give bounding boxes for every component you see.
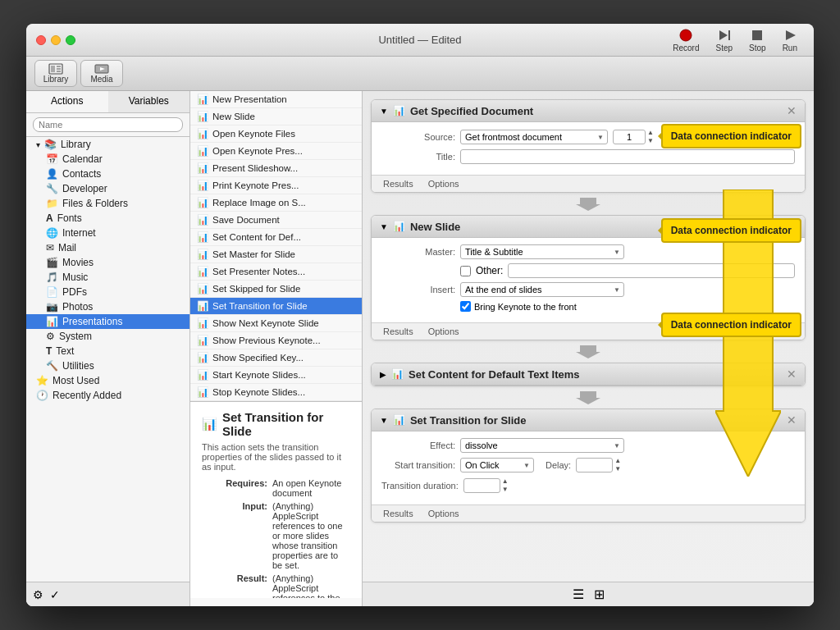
tree-item-fonts[interactable]: A Fonts <box>26 211 189 226</box>
card1-source-select[interactable]: Get frontmost document <box>460 130 608 144</box>
tree-label: Library <box>61 139 91 150</box>
tree-item-music[interactable]: 🎵 Music <box>26 270 189 285</box>
card2-master-select[interactable]: Title & Subtitle <box>460 244 624 259</box>
tree-item-library[interactable]: ▾ 📚 Library <box>26 137 189 152</box>
card4-results-tab[interactable]: Results <box>380 508 417 519</box>
action-item-set-notes[interactable]: 📊 Set Presenter Notes... <box>190 263 362 281</box>
card3-close-icon[interactable]: ✕ <box>787 368 797 381</box>
action-item-print[interactable]: 📊 Print Keynote Pres... <box>190 177 362 194</box>
tree-item-mail[interactable]: ✉ Mail <box>26 240 189 255</box>
tree-label: PDFs <box>62 286 87 298</box>
action-item-label: Stop Keynote Slides... <box>212 387 305 397</box>
card4-delay-input[interactable]: 2.00 <box>576 458 613 472</box>
action-item-new-slide[interactable]: 📊 New Slide <box>190 108 362 126</box>
card4-options-tab[interactable]: Options <box>425 508 463 519</box>
tree-item-text[interactable]: T Text <box>26 344 189 358</box>
record-button[interactable]: Record <box>666 26 705 54</box>
card1-results-tab[interactable]: Results <box>380 178 417 189</box>
action-item-label: Present Slideshow... <box>212 163 298 173</box>
action-item-label: Print Keynote Pres... <box>212 180 299 190</box>
sidebar-tree: ▾ 📚 Library 📅 Calendar 👤 Contacts 🔧 Deve… <box>26 137 189 582</box>
stop-button[interactable]: Stop <box>742 26 773 54</box>
action-item-set-content[interactable]: 📊 Set Content for Def... <box>190 229 362 246</box>
tree-item-calendar[interactable]: 📅 Calendar <box>26 152 189 167</box>
tree-item-contacts[interactable]: 👤 Contacts <box>26 167 189 181</box>
tree-item-recently-added[interactable]: 🕐 Recently Added <box>26 388 189 403</box>
card4-effect-label: Effect: <box>381 441 455 450</box>
card1-close-icon[interactable]: ✕ <box>787 104 797 117</box>
run-button[interactable]: Run <box>776 26 804 54</box>
card2-results-tab[interactable]: Results <box>380 326 417 337</box>
gear-icon[interactable]: ⚙ <box>33 588 43 601</box>
duration-down[interactable]: ▼ <box>502 486 509 494</box>
maximize-button[interactable] <box>66 35 75 45</box>
action-item-set-skipped[interactable]: 📊 Set Skipped for Slide <box>190 281 362 298</box>
media-button[interactable]: Media <box>80 60 123 87</box>
action-item-set-master[interactable]: 📊 Set Master for Slide <box>190 246 362 263</box>
card2-options-tab[interactable]: Options <box>425 326 463 337</box>
tree-item-pdfs[interactable]: 📄 PDFs <box>26 285 189 299</box>
music-icon: 🎵 <box>46 272 58 283</box>
tree-item-utilities[interactable]: 🔨 Utilities <box>26 358 189 373</box>
card1-source-select-wrapper: Get frontmost document <box>460 130 608 144</box>
system-icon: ⚙ <box>46 331 55 342</box>
close-button[interactable] <box>36 35 46 45</box>
card4-duration-input[interactable]: 1.50 <box>463 478 500 493</box>
card2-icon: 📊 <box>393 221 405 232</box>
action-item-show-next[interactable]: 📊 Show Next Keynote Slide <box>190 315 362 332</box>
tree-item-files[interactable]: 📁 Files & Folders <box>26 196 189 211</box>
svg-marker-15 <box>576 391 600 404</box>
tree-item-system[interactable]: ⚙ System <box>26 329 189 344</box>
workflow-list-icon[interactable]: ☰ <box>573 587 584 602</box>
workflow-grid-icon[interactable]: ⊞ <box>594 587 605 602</box>
desc-input-key: Input: <box>202 501 267 570</box>
card4-duration-row: Transition duration: 1.50 ▲ ▼ <box>381 477 795 494</box>
action-item-show-prev[interactable]: 📊 Show Previous Keynote... <box>190 332 362 349</box>
card2-other-checkbox[interactable] <box>460 266 471 276</box>
tab-actions[interactable]: Actions <box>26 91 108 112</box>
media-label: Media <box>90 75 112 84</box>
step-button[interactable]: Step <box>709 26 739 54</box>
action-item-icon: 📊 <box>197 231 208 243</box>
action-item-save[interactable]: 📊 Save Document <box>190 212 362 229</box>
delay-up[interactable]: ▲ <box>614 457 621 465</box>
tab-variables[interactable]: Variables <box>108 91 190 112</box>
card4-effect-select[interactable]: dissolve <box>460 438 624 453</box>
action-item-new-presentation[interactable]: 📊 New Presentation <box>190 91 362 108</box>
action-item-open-pres[interactable]: 📊 Open Keynote Pres... <box>190 143 362 160</box>
tree-item-most-used[interactable]: ⭐ Most Used <box>26 373 189 388</box>
action-item-show-specified[interactable]: 📊 Show Specified Key... <box>190 349 362 367</box>
card4-close-icon[interactable]: ✕ <box>787 413 797 427</box>
tree-item-presentations[interactable]: 📊 Presentations <box>26 314 189 329</box>
action-item-set-transition[interactable]: 📊 Set Transition for Slide <box>190 298 362 315</box>
action-item-replace[interactable]: 📊 Replace Image on S... <box>190 194 362 212</box>
library-button[interactable]: Library <box>34 60 77 87</box>
card-expand-icon[interactable]: ▼ <box>380 107 388 116</box>
search-input[interactable] <box>33 117 183 132</box>
card2-master-label: Master: <box>381 247 455 257</box>
check-icon[interactable]: ✓ <box>50 588 60 601</box>
card2-bring-checkbox[interactable] <box>460 301 471 312</box>
action-item-stop[interactable]: 📊 Stop Keynote Slides... <box>190 384 362 401</box>
card2-master-wrapper: Title & Subtitle <box>460 244 624 259</box>
tree-label: Utilities <box>62 360 94 372</box>
card1-number-input[interactable] <box>613 130 646 144</box>
tree-item-developer[interactable]: 🔧 Developer <box>26 181 189 196</box>
tree-item-photos[interactable]: 📷 Photos <box>26 299 189 314</box>
card1-options-tab[interactable]: Options <box>425 178 463 189</box>
action-item-present[interactable]: 📊 Present Slideshow... <box>190 160 362 177</box>
card2-expand-icon[interactable]: ▼ <box>380 222 388 231</box>
duration-up[interactable]: ▲ <box>502 477 509 486</box>
delay-down[interactable]: ▼ <box>614 465 621 473</box>
tree-item-movies[interactable]: 🎬 Movies <box>26 255 189 270</box>
card3-expand-icon[interactable]: ▶ <box>380 370 386 379</box>
action-item-open-files[interactable]: 📊 Open Keynote Files <box>190 126 362 143</box>
desc-requires-val: An open Keynote document <box>272 478 350 498</box>
workflow-footer: ☰ ⊞ <box>363 582 814 606</box>
card4-expand-icon[interactable]: ▼ <box>380 416 388 425</box>
action-item-start[interactable]: 📊 Start Keynote Slides... <box>190 367 362 384</box>
card2-insert-select[interactable]: At the end of slides <box>460 282 624 297</box>
minimize-button[interactable] <box>51 35 61 45</box>
tree-item-internet[interactable]: 🌐 Internet <box>26 226 189 240</box>
card4-start-select[interactable]: On Click <box>460 458 534 472</box>
